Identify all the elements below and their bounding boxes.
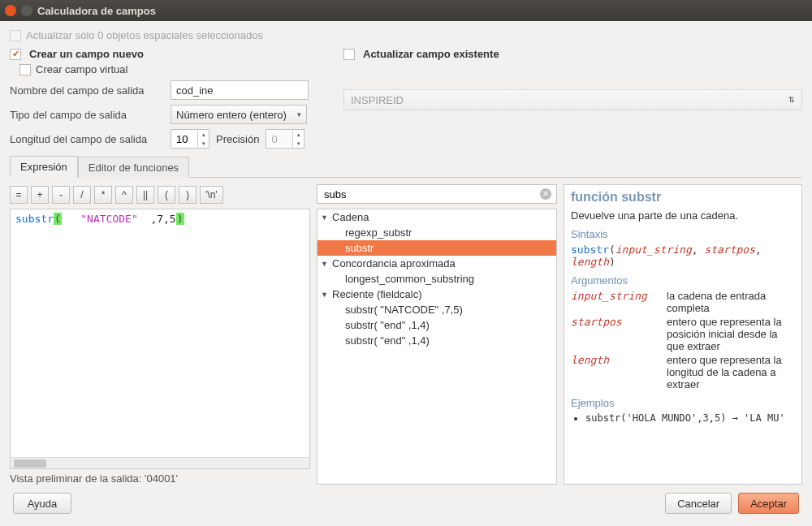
- out-type-select[interactable]: Número entero (entero) ▾: [171, 105, 307, 124]
- help-syntax-heading: Sintaxis: [571, 228, 795, 240]
- window-close-icon[interactable]: [5, 5, 16, 16]
- create-new-checkbox[interactable]: ✔: [10, 49, 21, 60]
- window-title: Calculadora de campos: [37, 5, 156, 17]
- update-selected-label: Actualizar sólo 0 objetos espaciales sel…: [26, 29, 263, 41]
- out-len-label: Longitud del campo de salida: [10, 133, 164, 145]
- op-rparen[interactable]: ): [179, 186, 197, 204]
- op-newline[interactable]: '\n': [200, 186, 223, 204]
- help-examples-heading: Ejemplos: [571, 397, 795, 409]
- op-minus[interactable]: -: [52, 186, 70, 204]
- tree-group-reciente[interactable]: ▼Reciente (fieldcalc): [317, 287, 556, 302]
- clear-search-icon[interactable]: ✕: [540, 188, 551, 200]
- existing-field-value: INSPIREID: [351, 94, 404, 106]
- op-div[interactable]: /: [73, 186, 91, 204]
- create-virtual-label: Crear campo virtual: [36, 63, 127, 75]
- tree-group-concordancia[interactable]: ▼Concordancia aproximada: [317, 256, 556, 271]
- arg-desc-0: la cadena de entrada completa: [667, 290, 795, 314]
- help-args-heading: Argumentos: [571, 274, 795, 287]
- window-min-icon[interactable]: [21, 5, 32, 16]
- create-virtual-checkbox[interactable]: [19, 64, 31, 75]
- tree-item-recent-0[interactable]: substr( "NATCODE" ,7,5): [317, 302, 556, 317]
- help-desc: Devuelve una parte de una cadena.: [571, 209, 795, 222]
- arg-name-0: input_string: [571, 290, 660, 314]
- chevron-down-icon: ▾: [297, 110, 301, 119]
- tabs: Expresión Editor de funciones: [10, 155, 802, 178]
- op-plus[interactable]: +: [31, 186, 49, 204]
- arg-desc-1: entero que representa la posición inicia…: [667, 316, 795, 352]
- chevron-updown-icon: ⇅: [788, 96, 795, 104]
- tree-item-recent-2[interactable]: substr( "end" ,1,4): [317, 333, 556, 348]
- expression-panel: substr( "NATCODE" ,7,5): [10, 209, 310, 469]
- out-name-label: Nombre del campo de salida: [10, 84, 164, 97]
- function-tree[interactable]: ▼Cadena regexp_substr substr ▼Concordanc…: [317, 209, 556, 484]
- tab-function-editor[interactable]: Editor de funciones: [78, 157, 189, 178]
- preview-value: '04001': [145, 472, 178, 485]
- help-panel: función substr Devuelve una parte de una…: [564, 184, 802, 485]
- cancel-button[interactable]: Cancelar: [665, 493, 732, 514]
- help-example-0: substr('HOLA MUNDO',3,5) → 'LA MU': [585, 412, 795, 424]
- operator-toolbar: = + - / * ^ || ( ) '\n': [10, 184, 310, 209]
- update-selected-checkbox: [10, 30, 21, 41]
- op-mul[interactable]: *: [94, 186, 112, 204]
- out-len-spin[interactable]: ▴▾: [171, 129, 209, 149]
- arg-desc-2: entero que representa la longitud de la …: [667, 354, 795, 390]
- help-content: función substr Devuelve una parte de una…: [564, 185, 801, 484]
- search-input[interactable]: [322, 188, 529, 201]
- precision-spin: ▴▾: [266, 129, 304, 149]
- op-lparen[interactable]: (: [158, 186, 175, 204]
- preview-label: Vista preliminar de la salida:: [10, 472, 141, 485]
- expression-hscroll[interactable]: [11, 457, 309, 468]
- out-len-input[interactable]: [171, 132, 197, 146]
- op-concat[interactable]: ||: [136, 186, 154, 204]
- out-name-input[interactable]: [171, 80, 309, 100]
- tree-item-longest-common-substring[interactable]: longest_common_substring: [317, 271, 556, 287]
- help-args-table: input_string la cadena de entrada comple…: [571, 290, 795, 390]
- precision-label: Precisión: [216, 133, 259, 145]
- help-button[interactable]: Ayuda: [13, 493, 71, 514]
- function-search[interactable]: ✕: [317, 184, 557, 204]
- function-tree-panel: ▼Cadena regexp_substr substr ▼Concordanc…: [317, 209, 557, 485]
- out-type-label: Tipo del campo de salida: [10, 109, 164, 121]
- help-title: función substr: [571, 190, 795, 205]
- update-existing-checkbox[interactable]: [343, 49, 355, 60]
- arg-name-2: length: [571, 354, 660, 390]
- create-new-label: Crear un campo nuevo: [29, 48, 144, 60]
- accept-button[interactable]: Aceptar: [738, 493, 799, 514]
- tab-expression[interactable]: Expresión: [10, 156, 78, 178]
- tree-item-regexp-substr[interactable]: regexp_substr: [317, 225, 556, 240]
- update-existing-label: Actualizar campo existente: [363, 48, 499, 60]
- help-examples-list: substr('HOLA MUNDO',3,5) → 'LA MU': [585, 412, 795, 424]
- precision-input: [266, 132, 292, 146]
- expression-editor[interactable]: substr( "NATCODE" ,7,5): [11, 209, 309, 457]
- arg-name-1: startpos: [571, 316, 660, 352]
- op-pow[interactable]: ^: [115, 186, 133, 204]
- titlebar: Calculadora de campos: [0, 0, 812, 21]
- tree-item-substr[interactable]: substr: [317, 240, 556, 256]
- op-eq[interactable]: =: [10, 186, 28, 204]
- help-syntax: substr(input_string, startpos, length): [571, 244, 795, 268]
- out-type-value: Número entero (entero): [176, 109, 287, 121]
- tree-item-recent-1[interactable]: substr( "end" ,1,4): [317, 317, 556, 333]
- tree-group-cadena[interactable]: ▼Cadena: [317, 209, 556, 225]
- existing-field-select: INSPIREID ⇅: [343, 89, 802, 110]
- update-selected-row: Actualizar sólo 0 objetos espaciales sel…: [10, 29, 802, 41]
